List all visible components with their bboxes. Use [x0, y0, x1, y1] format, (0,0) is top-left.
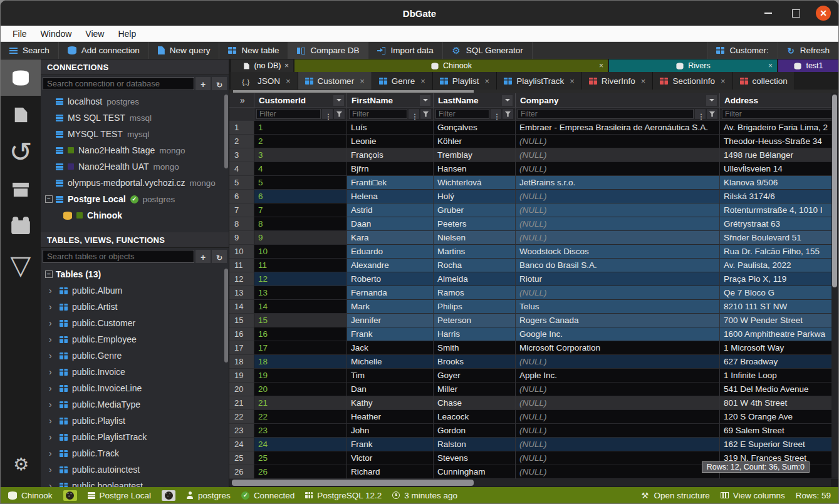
cell[interactable]: 12	[254, 272, 347, 286]
row-number[interactable]: 21	[229, 396, 254, 410]
cell[interactable]: Av. Paulista, 2022	[720, 259, 838, 272]
close-button[interactable]: ✕	[816, 6, 831, 21]
chevron-right-icon[interactable]: ›	[49, 396, 55, 413]
cell[interactable]: Hansen	[434, 162, 516, 176]
table-item-public-employee[interactable]: ›public.Employee	[41, 331, 229, 347]
row-number[interactable]: 3	[229, 148, 254, 162]
tab-scrollbar-thumb[interactable]	[233, 90, 474, 93]
cell[interactable]: 162 E Superior Street	[720, 438, 838, 451]
connection-item-olympus-medportal-vychozi-cz[interactable]: olympus-medportal.vychozi.czmongo	[41, 175, 229, 191]
cell[interactable]: Kathy	[347, 396, 434, 410]
table-item-public-album[interactable]: ›public.Album	[41, 282, 229, 299]
tab-playlisttrack[interactable]: PlaylistTrack×	[497, 72, 582, 90]
cell[interactable]: (NULL)	[516, 162, 720, 176]
cell[interactable]: Microsoft Corporation	[516, 341, 720, 355]
cell[interactable]: 5	[254, 176, 347, 190]
cell[interactable]: 6	[254, 190, 347, 203]
cell[interactable]: 3	[254, 148, 347, 162]
cell[interactable]: 20	[254, 383, 347, 396]
cell[interactable]: Michelle	[347, 355, 434, 369]
chevron-right-icon[interactable]: ›	[49, 413, 55, 429]
row-number[interactable]: 17	[229, 341, 254, 355]
cell[interactable]: (NULL)	[516, 438, 720, 451]
tables-group-row[interactable]: − Tables (13)	[41, 266, 229, 282]
cell[interactable]: Cunningham	[434, 465, 516, 479]
cell[interactable]: Brooks	[434, 355, 516, 369]
column-dropdown-icon[interactable]	[502, 95, 513, 106]
connection-color-picker[interactable]	[162, 490, 175, 501]
tab-json[interactable]: JSON×	[231, 72, 298, 90]
chevron-right-icon[interactable]: ›	[49, 445, 55, 461]
row-number[interactable]: 1	[229, 121, 254, 135]
cell[interactable]: Gonçalves	[434, 121, 516, 135]
cell[interactable]: Embraer - Empresa Brasileira de Aeronáut…	[516, 121, 720, 135]
row-number[interactable]: 11	[229, 259, 254, 272]
chevron-right-icon[interactable]: ›	[49, 299, 55, 315]
table-item-public-booleantest[interactable]: ›public.booleantest	[41, 478, 229, 487]
connection-item-nano2health-stage[interactable]: Nano2Health Stagemongo	[41, 142, 229, 158]
open-structure-button[interactable]: Open structure	[640, 491, 709, 500]
cell[interactable]: Woodstock Discos	[516, 245, 720, 259]
refresh-tables-button[interactable]	[212, 250, 227, 263]
cell[interactable]: (NULL)	[516, 410, 720, 424]
cell[interactable]: Bjřrn	[347, 162, 434, 176]
close-icon[interactable]: ×	[284, 61, 289, 70]
cell[interactable]: Rotenturmstraße 4, 1010 I	[720, 203, 838, 217]
row-number[interactable]: 24	[229, 438, 254, 451]
close-icon[interactable]: ×	[768, 61, 773, 70]
filter-input-lastname[interactable]	[435, 109, 489, 119]
filter-input-address[interactable]	[722, 109, 836, 119]
horizontal-scrollbar-thumb[interactable]	[232, 480, 474, 486]
tab-group-no-db[interactable]: (no DB)×	[231, 59, 293, 72]
row-number[interactable]: 5	[229, 176, 254, 190]
cell[interactable]: Goyer	[434, 369, 516, 383]
refresh-button[interactable]: Refresh	[778, 42, 838, 59]
new-query-button[interactable]: New query	[149, 42, 220, 59]
cell[interactable]: 10	[254, 245, 347, 259]
chevron-right-icon[interactable]: ›	[49, 315, 55, 331]
filter-input-customerid[interactable]	[256, 109, 321, 119]
new-table-button[interactable]: New table	[219, 42, 288, 59]
cell[interactable]: Wichterlová	[434, 176, 516, 190]
filter-funnel-button[interactable]	[503, 109, 513, 119]
column-dropdown-icon[interactable]	[333, 95, 344, 106]
cell[interactable]: Av. Brigadeiro Faria Lima, 2	[720, 121, 838, 135]
cell[interactable]: Holý	[434, 190, 516, 203]
filter-funnel-button[interactable]	[420, 109, 431, 119]
status-database[interactable]: Chinook	[8, 491, 53, 500]
row-number[interactable]: 26	[229, 465, 254, 479]
cell[interactable]: Banco do Brasil S.A.	[516, 259, 720, 272]
sidebar-item-connections[interactable]	[1, 59, 41, 96]
cell[interactable]: (NULL)	[516, 355, 720, 369]
cell[interactable]: Ullevĺlsveien 14	[720, 162, 838, 176]
cell[interactable]: 13	[254, 286, 347, 300]
cell[interactable]: Theodor-Heuss-Straße 34	[720, 135, 838, 148]
database-color-picker[interactable]	[63, 490, 77, 501]
tab-group-test1[interactable]: test1	[778, 59, 838, 72]
status-connection[interactable]: Postgre Local	[88, 491, 152, 500]
cell[interactable]: Jennifer	[347, 314, 434, 327]
connections-search-input[interactable]	[43, 77, 194, 90]
cell[interactable]: 24	[254, 438, 347, 451]
cell[interactable]: Frank	[347, 327, 434, 341]
minimize-button[interactable]	[761, 6, 776, 21]
filter-input-firstname[interactable]	[349, 109, 407, 119]
cell[interactable]: 25	[254, 451, 347, 465]
cell[interactable]: 1600 Amphitheatre Parkwa	[720, 327, 838, 341]
cell[interactable]: John	[347, 424, 434, 438]
menu-window[interactable]: Window	[35, 28, 78, 40]
table-item-public-track[interactable]: ›public.Track	[41, 445, 229, 461]
row-number[interactable]: 16	[229, 327, 254, 341]
cell[interactable]: 1 Infinite Loop	[720, 369, 838, 383]
cell[interactable]: 8210 111 ST NW	[720, 300, 838, 314]
cell[interactable]: Helena	[347, 190, 434, 203]
cell[interactable]: Almeida	[434, 272, 516, 286]
sidebar-item-files[interactable]	[1, 96, 41, 133]
cell[interactable]: Fernanda	[347, 286, 434, 300]
table-item-public-mediatype[interactable]: ›public.MediaType	[41, 396, 229, 413]
cell[interactable]: 700 W Pender Street	[720, 314, 838, 327]
add-table-small-button[interactable]	[195, 250, 211, 263]
cell[interactable]: Frank	[347, 438, 434, 451]
status-connected[interactable]: Connected	[241, 491, 294, 500]
close-icon[interactable]: ×	[360, 76, 365, 86]
